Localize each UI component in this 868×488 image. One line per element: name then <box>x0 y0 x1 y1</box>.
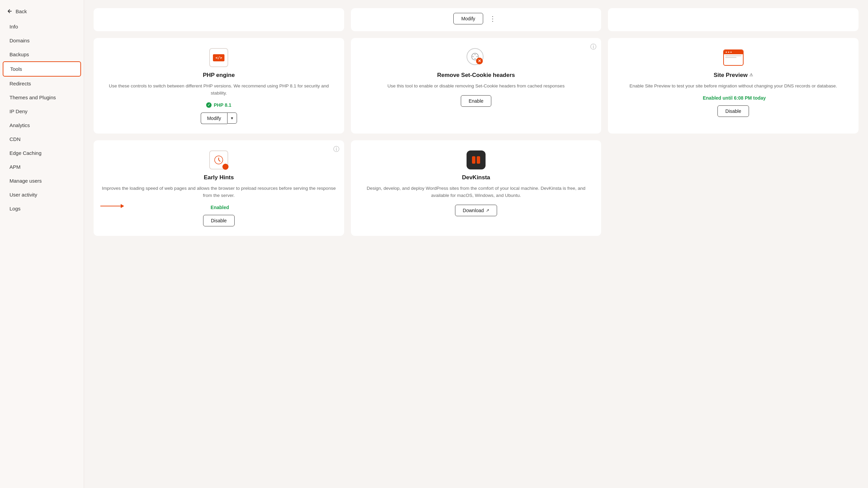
cookie-circle-icon: ✕ <box>467 48 484 65</box>
sidebar-item-cdn[interactable]: CDN <box>3 132 81 146</box>
sidebar-item-user-activity[interactable]: User activity <box>3 188 81 202</box>
php-status-label: PHP 8.1 <box>214 102 231 108</box>
early-hints-card: ⓘ Early Hints Improves the loading speed… <box>94 140 344 236</box>
top-partial-cards: Modify ⋮ <box>94 8 859 31</box>
devkinsta-icon <box>467 150 486 169</box>
card-partial-2: Modify ⋮ <box>351 8 601 31</box>
svg-point-1 <box>474 54 475 55</box>
modify-dropdown-wrap: Modify ▾ <box>201 113 237 124</box>
svg-point-3 <box>474 58 475 59</box>
more-options-icon[interactable]: ⋮ <box>487 13 499 24</box>
download-label: Download <box>463 208 484 213</box>
early-hints-status-label: Enabled <box>211 205 229 210</box>
svg-line-7 <box>219 160 220 161</box>
sidebar-item-edge-caching[interactable]: Edge Caching <box>3 146 81 160</box>
site-preview-card: Site Preview ⚠ Enable Site Preview to te… <box>608 38 859 134</box>
dk-bar-2 <box>477 156 480 164</box>
php-file-icon: </> <box>209 48 228 67</box>
enable-cookie-button[interactable]: Enable <box>461 95 491 107</box>
sp-dot-3 <box>730 52 732 53</box>
arrow-pointer <box>100 204 124 208</box>
sidebar-item-domains[interactable]: Domains <box>3 34 81 47</box>
chevron-down-icon: ▾ <box>231 116 233 121</box>
disable-early-hints-button[interactable]: Disable <box>203 215 235 226</box>
devkinsta-desc: Design, develop, and deploy WordPress si… <box>359 185 593 199</box>
site-preview-title: Site Preview ⚠ <box>714 72 753 79</box>
site-preview-icon-wrap <box>723 47 744 68</box>
php-status-dot <box>206 102 212 108</box>
sidebar-item-apm[interactable]: APM <box>3 160 81 174</box>
site-preview-desc: Enable Site Preview to test your site be… <box>630 83 837 90</box>
sp-line-2 <box>725 57 737 58</box>
devkinsta-title: DevKinsta <box>462 174 490 181</box>
early-hints-red-dot <box>222 164 229 170</box>
remove-cookie-desc: Use this tool to enable or disable remov… <box>388 83 565 90</box>
download-devkinsta-button[interactable]: Download ↗ <box>455 205 497 216</box>
back-arrow-icon <box>7 8 13 14</box>
sidebar-item-redirects[interactable]: Redirects <box>3 77 81 90</box>
site-preview-status: Enabled until 6:08 PM today <box>701 95 766 101</box>
dk-bar-1 <box>472 156 475 164</box>
php-engine-desc: Use these controls to switch between dif… <box>102 83 336 97</box>
sidebar-item-ip-deny[interactable]: IP Deny <box>3 104 81 118</box>
early-hints-svg-icon <box>213 155 224 165</box>
site-preview-warning-icon: ⚠ <box>749 73 753 77</box>
card-partial-1 <box>94 8 344 31</box>
tools-cards-grid: </> PHP engine Use these controls to swi… <box>94 38 859 236</box>
external-link-icon: ↗ <box>486 208 489 213</box>
svg-point-4 <box>472 56 473 57</box>
php-engine-icon-wrap: </> <box>209 47 229 68</box>
card-partial-3 <box>608 8 859 31</box>
php-engine-status: PHP 8.1 <box>206 102 231 108</box>
remove-cookie-title: Remove Set-Cookie headers <box>437 72 515 79</box>
cookie-x-icon: ✕ <box>476 58 483 64</box>
back-label: Back <box>16 8 27 14</box>
sidebar-item-analytics[interactable]: Analytics <box>3 118 81 132</box>
devkinsta-card: DevKinsta Design, develop, and deploy Wo… <box>351 140 601 236</box>
remove-cookie-card: ⓘ ✕ Remove Set <box>351 38 601 134</box>
arrow-head <box>121 204 124 208</box>
early-hints-icon <box>209 150 228 169</box>
cookie-info-icon[interactable]: ⓘ <box>590 43 596 51</box>
early-hints-icon-wrap <box>209 150 229 170</box>
main-content: Modify ⋮ </> PHP engine Use these contro… <box>84 0 868 488</box>
early-hints-desc: Improves the loading speed of web pages … <box>102 185 336 199</box>
cookie-icon: ✕ <box>467 48 486 67</box>
disable-site-preview-button[interactable]: Disable <box>717 105 749 117</box>
site-preview-status-label: Enabled until 6:08 PM today <box>703 95 766 101</box>
devkinsta-bars-icon <box>472 156 480 164</box>
php-engine-card: </> PHP engine Use these controls to swi… <box>94 38 344 134</box>
sp-dot-2 <box>728 52 729 53</box>
early-hints-status: Enabled <box>209 205 229 210</box>
sp-header <box>724 50 743 54</box>
back-button[interactable]: Back <box>0 5 84 20</box>
arrow-line <box>100 206 121 206</box>
modify-button-top[interactable]: Modify <box>453 13 483 24</box>
sp-body <box>724 54 743 65</box>
sp-dot-1 <box>726 52 727 53</box>
sidebar-item-manage-users[interactable]: Manage users <box>3 174 81 188</box>
php-code-icon: </> <box>213 54 224 61</box>
php-engine-title: PHP engine <box>203 72 235 79</box>
sidebar-item-tools[interactable]: Tools <box>3 61 81 77</box>
early-hints-title: Early Hints <box>204 174 234 181</box>
cookie-icon-wrap: ✕ <box>466 47 486 68</box>
sidebar-nav: Info Domains Backups Tools Redirects The… <box>0 20 84 216</box>
sidebar-item-info[interactable]: Info <box>3 20 81 34</box>
sp-line-1 <box>725 55 742 56</box>
svg-point-2 <box>476 56 477 57</box>
sidebar: Back Info Domains Backups Tools Redirect… <box>0 0 84 488</box>
site-preview-browser-icon <box>723 49 744 66</box>
sidebar-item-logs[interactable]: Logs <box>3 202 81 216</box>
modify-main-button[interactable]: Modify <box>201 113 227 124</box>
sidebar-item-themes-plugins[interactable]: Themes and Plugins <box>3 90 81 104</box>
empty-card-slot <box>608 140 859 236</box>
early-hints-info-icon[interactable]: ⓘ <box>333 145 339 153</box>
devkinsta-icon-wrap <box>466 150 486 170</box>
sidebar-item-backups[interactable]: Backups <box>3 47 81 61</box>
modify-dropdown-button[interactable]: ▾ <box>227 113 237 124</box>
